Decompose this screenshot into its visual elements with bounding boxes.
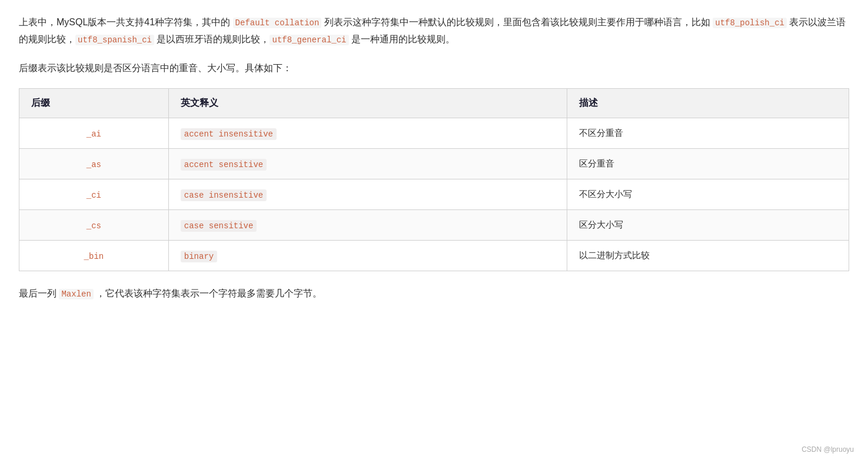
intro-code2: utf8_polish_ci	[713, 18, 787, 28]
footer-part2: ，它代表该种字符集表示一个字符最多需要几个字节。	[94, 288, 322, 298]
table-row: _aiaccent insensitive不区分重音	[19, 118, 849, 149]
table-row: _binbinary以二进制方式比较	[19, 241, 849, 271]
header-desc: 描述	[567, 89, 849, 118]
table-row: _cscase sensitive区分大小写	[19, 210, 849, 241]
cell-desc: 不区分重音	[567, 118, 849, 149]
cell-desc: 不区分大小写	[567, 179, 849, 210]
cell-english: case sensitive	[168, 210, 567, 241]
header-english: 英文释义	[168, 89, 567, 118]
cell-desc: 以二进制方式比较	[567, 241, 849, 271]
intro-code3: utf8_spanish_ci	[75, 35, 154, 45]
cell-suffix: _as	[19, 149, 169, 179]
cell-english: accent insensitive	[168, 118, 567, 149]
suffix-description: 后缀表示该比较规则是否区分语言中的重音、大小写。具体如下：	[19, 60, 849, 77]
cell-suffix: _bin	[19, 241, 169, 271]
footer-part1: 最后一列	[19, 288, 59, 298]
cell-english: accent sensitive	[168, 149, 567, 179]
cell-desc: 区分重音	[567, 149, 849, 179]
table-row: _asaccent sensitive区分重音	[19, 149, 849, 179]
intro-text-part5: 是一种通用的比较规则。	[349, 34, 455, 44]
intro-text-part2: 列表示这种字符集中一种默认的比较规则，里面包含着该比较规则主要作用于哪种语言，比…	[321, 17, 713, 27]
header-suffix: 后缀	[19, 89, 169, 118]
cell-suffix: _ai	[19, 118, 169, 149]
intro-paragraph: 上表中，MySQL版本一共支持41种字符集，其中的 Default collat…	[19, 14, 849, 48]
intro-text-part4: 是以西班牙语的规则比较，	[154, 34, 270, 44]
cell-english: case insensitive	[168, 179, 567, 210]
intro-code4: utf8_general_ci	[270, 35, 348, 45]
table-header-row: 后缀 英文释义 描述	[19, 89, 849, 118]
cell-english: binary	[168, 241, 567, 271]
suffix-table: 后缀 英文释义 描述 _aiaccent insensitive不区分重音_as…	[19, 88, 849, 271]
table-row: _cicase insensitive不区分大小写	[19, 179, 849, 210]
footer-paragraph: 最后一列 Maxlen ，它代表该种字符集表示一个字符最多需要几个字节。	[19, 285, 849, 302]
cell-desc: 区分大小写	[567, 210, 849, 241]
footer-code: Maxlen	[59, 289, 93, 299]
csdn-watermark: CSDN @lpruoyu	[802, 445, 854, 454]
cell-suffix: _cs	[19, 210, 169, 241]
cell-suffix: _ci	[19, 179, 169, 210]
intro-text-part1: 上表中，MySQL版本一共支持41种字符集，其中的	[19, 17, 233, 27]
intro-code1: Default collation	[233, 18, 322, 28]
